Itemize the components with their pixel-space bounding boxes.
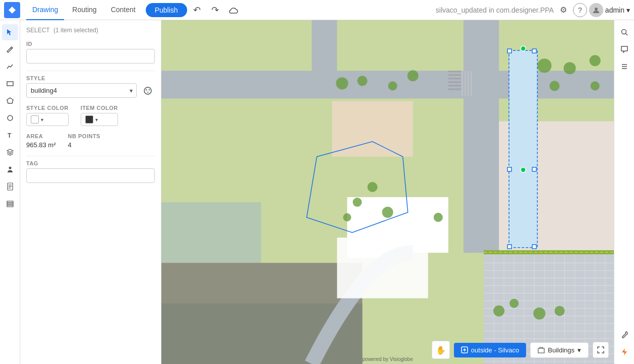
style-select[interactable]: building4 <box>26 83 137 98</box>
stats-row: AREA 965.83 m² NB POINTS 4 <box>26 133 155 149</box>
polygon-tool-icon[interactable] <box>2 93 18 109</box>
svg-rect-90 <box>448 81 461 83</box>
svg-rect-62 <box>532 49 536 53</box>
svg-point-15 <box>144 87 151 94</box>
chart-tool-icon[interactable] <box>2 58 18 75</box>
svg-point-71 <box>388 81 397 90</box>
area-group: AREA 965.83 m² <box>26 133 56 149</box>
select-label: SELECT (1 item selected) <box>26 27 98 34</box>
svg-rect-94 <box>465 71 466 96</box>
svg-point-79 <box>564 62 576 74</box>
color-field-group: STYLE COLOR ▾ ITEM COLOR ▾ <box>26 105 155 126</box>
id-input[interactable] <box>26 49 155 64</box>
outside-label: outside - Silvaco <box>471 346 519 354</box>
svg-line-1 <box>11 48 12 49</box>
comment-icon[interactable] <box>616 41 632 57</box>
buildings-button[interactable]: Buildings ▾ <box>530 342 589 358</box>
svg-rect-87 <box>448 71 461 72</box>
buildings-label: Buildings <box>548 346 574 354</box>
hand-tool-button[interactable]: ✋ <box>432 341 450 359</box>
svg-rect-88 <box>448 74 461 76</box>
settings-icon[interactable]: ⚙ <box>560 5 567 15</box>
svg-rect-93 <box>462 71 463 96</box>
buildings-dropdown-icon: ▾ <box>578 346 581 354</box>
svg-point-85 <box>493 306 504 317</box>
item-color-button[interactable]: ▾ <box>81 113 118 126</box>
rectangle-tool-icon[interactable] <box>2 76 18 92</box>
palette-icon[interactable] <box>141 84 155 98</box>
app-logo[interactable] <box>4 2 20 18</box>
svg-point-84 <box>554 306 564 316</box>
wrench-icon[interactable] <box>616 327 632 343</box>
svg-point-86 <box>509 299 518 308</box>
user-dropdown-icon: ▾ <box>626 6 630 14</box>
layers-tool-icon[interactable] <box>2 144 18 160</box>
id-label: ID <box>26 41 155 47</box>
topbar: Drawing Routing Content Publish ↶ ↷ silv… <box>0 0 634 20</box>
svg-point-76 <box>382 207 393 218</box>
right-toolbar <box>614 20 634 364</box>
area-label: AREA <box>26 133 56 139</box>
svg-point-78 <box>537 58 551 73</box>
svg-rect-14 <box>7 205 13 207</box>
undo-icon[interactable]: ↶ <box>189 2 205 18</box>
svg-point-74 <box>353 198 362 207</box>
side-panel: SELECT (1 item selected) ID STYLE buildi… <box>20 20 161 364</box>
help-icon[interactable]: ? <box>573 3 587 17</box>
select-status: SELECT (1 item selected) <box>26 26 155 34</box>
redo-icon[interactable]: ↷ <box>207 2 223 18</box>
person-tool-icon[interactable] <box>2 161 18 177</box>
svg-point-75 <box>343 213 351 221</box>
lightning-icon[interactable] <box>616 344 632 360</box>
svg-rect-97 <box>337 237 428 298</box>
style-color-arrow-icon: ▾ <box>41 117 43 123</box>
style-color-group: STYLE COLOR ▾ <box>26 105 69 126</box>
id-field-group: ID <box>26 41 155 64</box>
divider-1 <box>26 71 155 71</box>
tab-routing[interactable]: Routing <box>66 0 102 20</box>
svg-point-7 <box>9 167 11 169</box>
style-color-label: STYLE COLOR <box>26 105 69 111</box>
style-color-swatch <box>31 115 39 124</box>
circle-tool-icon[interactable] <box>2 110 18 126</box>
svg-point-17 <box>149 89 150 90</box>
publish-button[interactable]: Publish <box>146 3 187 17</box>
svg-point-67 <box>521 46 526 51</box>
svg-rect-22 <box>161 71 614 98</box>
tab-drawing[interactable]: Drawing <box>26 0 64 20</box>
svg-rect-66 <box>532 245 536 249</box>
text-tool-icon[interactable]: T <box>2 127 18 143</box>
svg-text:T: T <box>8 132 12 139</box>
svg-point-18 <box>147 91 149 93</box>
svg-rect-65 <box>507 245 511 249</box>
list-right-icon[interactable] <box>616 58 632 75</box>
svg-point-69 <box>336 77 348 89</box>
svg-line-105 <box>625 34 627 36</box>
svg-rect-61 <box>507 49 511 53</box>
svg-rect-24 <box>312 20 337 71</box>
select-tool-icon[interactable] <box>2 24 18 40</box>
search-right-icon[interactable] <box>616 24 632 40</box>
style-color-button[interactable]: ▾ <box>26 113 69 126</box>
item-color-group: ITEM COLOR ▾ <box>81 105 118 126</box>
outside-silvaco-button[interactable]: outside - Silvaco <box>454 343 526 357</box>
nb-points-value: 4 <box>68 141 100 149</box>
pencil-tool-icon[interactable] <box>2 41 18 57</box>
svg-point-4 <box>8 115 13 120</box>
stack-tool-icon[interactable] <box>2 196 18 212</box>
svg-rect-52 <box>484 250 614 254</box>
document-tool-icon[interactable] <box>2 178 18 195</box>
svg-rect-12 <box>7 201 13 203</box>
tag-input[interactable] <box>26 168 155 183</box>
svg-point-70 <box>357 76 367 86</box>
svg-rect-103 <box>538 348 544 353</box>
tab-content[interactable]: Content <box>105 0 142 20</box>
svg-rect-2 <box>7 82 13 86</box>
svg-rect-64 <box>532 167 536 171</box>
tag-label: TAG <box>26 160 155 166</box>
cloud-icon[interactable] <box>225 2 242 18</box>
map-area[interactable]: P P ✋ outside - Silvaco Buildings ▾ powe… <box>161 20 614 364</box>
style-row: building4 ▾ <box>26 83 155 98</box>
fullscreen-button[interactable] <box>593 342 609 358</box>
user-menu[interactable]: admin ▾ <box>589 3 630 17</box>
